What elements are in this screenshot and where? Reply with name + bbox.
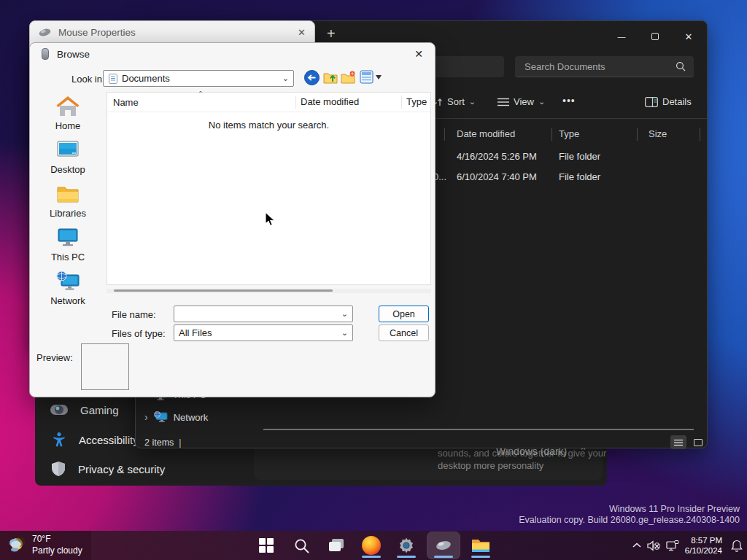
mouse-icon <box>39 28 51 36</box>
view-button[interactable]: View ⌄ <box>498 96 545 107</box>
sidebar-item-accessibility[interactable]: Accessibility <box>51 432 139 448</box>
dialog-icon <box>42 48 49 60</box>
open-button[interactable]: Open <box>379 306 429 322</box>
taskbar: 70°FPartly cloudy <box>0 531 747 560</box>
file-name-label: File name: <box>112 309 156 320</box>
cancel-button[interactable]: Cancel <box>379 324 429 341</box>
task-view-button[interactable] <box>322 532 350 559</box>
maximize-button[interactable] <box>638 21 672 52</box>
sidebar-item-libraries[interactable]: Libraries <box>36 183 99 219</box>
column-header-type[interactable]: Type <box>401 96 427 109</box>
column-divider[interactable] <box>700 128 700 141</box>
accessibility-icon <box>51 432 67 448</box>
libraries-icon <box>55 183 80 205</box>
file-name-combo[interactable]: ⌄ <box>174 306 353 322</box>
network-icon <box>55 271 80 292</box>
minimize-button[interactable]: — <box>605 21 638 52</box>
mouse-properties-taskbar-icon[interactable] <box>427 532 460 559</box>
column-header-date-modified[interactable]: Date modified <box>295 96 401 109</box>
sidebar-item-label: Gaming <box>80 404 119 416</box>
new-folder-icon[interactable] <box>341 70 356 85</box>
look-in-label: Look in: <box>71 74 105 85</box>
network-tray-icon[interactable] <box>666 540 679 551</box>
status-item-count: 2 items | <box>144 438 182 448</box>
list-view-toggle[interactable] <box>670 435 686 449</box>
window-controls: — ✕ <box>605 21 705 52</box>
horizontal-scrollbar[interactable] <box>107 289 431 293</box>
files-of-type-dropdown[interactable]: All Files ⌄ <box>174 324 353 341</box>
details-pane-icon <box>645 97 658 107</box>
sidebar-item-privacy-security[interactable]: Privacy & security <box>50 461 165 477</box>
maximize-icon <box>651 33 659 40</box>
view-menu-icon[interactable] <box>360 70 382 84</box>
file-explorer-taskbar-icon[interactable] <box>467 532 495 559</box>
browse-dialog: Browse ✕ Look in: Documents ⌄ <box>29 42 436 397</box>
sort-button[interactable]: Sort ⌄ <box>432 96 476 107</box>
up-one-level-icon[interactable] <box>323 70 338 85</box>
sidebar-item-this-pc[interactable]: This PC <box>36 227 99 262</box>
sidebar-item-label: Privacy & security <box>78 463 165 475</box>
weather-desc: Partly cloudy <box>32 545 82 556</box>
files-of-type-value: All Files <box>174 327 212 338</box>
file-name-input[interactable] <box>174 308 337 319</box>
network-icon <box>154 411 168 423</box>
home-icon <box>55 96 80 117</box>
dialog-title: Browse <box>57 49 90 60</box>
preview-box <box>81 343 129 390</box>
close-button[interactable]: ✕ <box>414 48 423 60</box>
clock[interactable]: 8:57 PM 6/10/2024 <box>685 535 722 556</box>
column-divider[interactable] <box>637 128 638 141</box>
column-divider[interactable] <box>551 128 552 141</box>
new-tab-button[interactable]: + <box>327 26 336 42</box>
insider-watermark: Windows 11 Pro Insider Preview Evaluatio… <box>519 504 740 526</box>
search-icon[interactable] <box>676 61 694 71</box>
view-icon <box>498 97 509 107</box>
mouse-cursor <box>265 211 276 228</box>
sidebar-item-gaming[interactable]: Gaming <box>50 402 119 417</box>
gaming-icon <box>50 402 69 417</box>
chevron-up-icon[interactable] <box>632 542 641 548</box>
system-tray: 8:57 PM 6/10/2024 <box>632 531 743 560</box>
shield-icon <box>50 461 66 477</box>
column-header-date-modified[interactable]: Date modified <box>457 128 515 139</box>
sidebar-item-desktop[interactable]: Desktop <box>36 139 99 175</box>
pane-divider[interactable] <box>263 429 694 430</box>
time: 8:57 PM <box>685 535 722 545</box>
column-divider[interactable] <box>444 128 445 141</box>
search-input[interactable] <box>515 61 676 72</box>
files-of-type-label: Files of type: <box>112 328 166 339</box>
details-pane-button[interactable]: Details <box>645 96 692 107</box>
documents-icon <box>104 74 122 84</box>
look-in-value: Documents <box>122 73 170 84</box>
preview-label: Preview: <box>36 352 73 363</box>
audio-muted-icon[interactable] <box>647 540 660 551</box>
nav-item-network[interactable]: › Network <box>144 411 208 423</box>
notification-bell-icon[interactable] <box>731 540 743 552</box>
column-header-type[interactable]: Type <box>559 128 579 139</box>
firefox-icon[interactable] <box>357 532 385 559</box>
sidebar-item-label: Accessibility <box>79 434 139 446</box>
search-box <box>515 56 694 77</box>
search-button[interactable] <box>287 532 315 559</box>
empty-list-message: No items match your search. <box>107 120 430 131</box>
weather-widget[interactable]: 70°FPartly cloudy <box>0 531 91 560</box>
date: 6/10/2024 <box>685 545 722 556</box>
sort-caret-icon: ˆ <box>199 90 202 101</box>
desktop: Gaming Accessibility Privacy & security … <box>0 0 747 560</box>
taskbar-icons <box>252 531 495 560</box>
column-header-size[interactable]: Size <box>649 128 667 139</box>
file-list: ˆ Name Date modified Type No items match… <box>107 92 431 285</box>
scrollbar-thumb[interactable] <box>114 289 333 292</box>
back-icon[interactable] <box>304 70 320 85</box>
thumbnail-view-toggle[interactable] <box>690 435 706 449</box>
settings-gear-icon[interactable] <box>392 532 420 559</box>
close-button[interactable]: ✕ <box>298 27 306 38</box>
sidebar-item-network[interactable]: Network <box>36 271 99 306</box>
this-pc-icon <box>55 227 80 249</box>
more-options-button[interactable]: ••• <box>562 95 576 106</box>
close-button[interactable]: ✕ <box>672 21 705 52</box>
sidebar-item-home[interactable]: Home <box>36 96 99 131</box>
start-button[interactable] <box>252 532 280 559</box>
look-in-dropdown[interactable]: Documents ⌄ <box>103 70 294 87</box>
window-title: Mouse Properties <box>58 27 136 38</box>
